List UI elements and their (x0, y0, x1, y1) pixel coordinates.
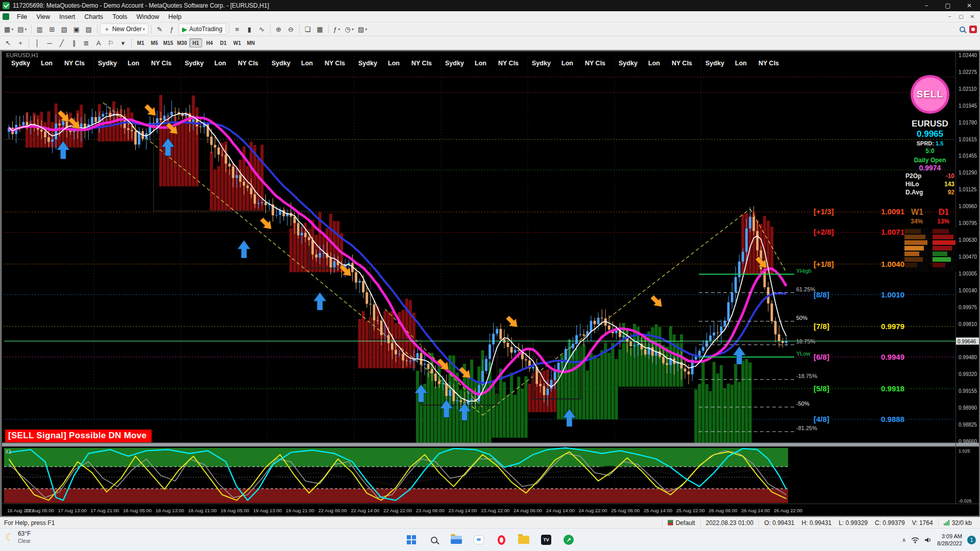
wifi-icon[interactable] (911, 537, 919, 543)
speaker-icon[interactable] (924, 537, 932, 543)
autotrading-icon: ▶ (182, 26, 187, 33)
line-chart-mode-button[interactable]: ∿ (256, 23, 267, 35)
timeframe-w1[interactable]: W1 (231, 38, 243, 47)
experts-button[interactable]: ƒ (166, 23, 178, 35)
dropdown-arrow-icon: ▾ (11, 27, 13, 32)
text-tool-button[interactable]: A (93, 37, 104, 48)
status-bar: For Help, press F1 Default 2022.08.23 01… (0, 517, 980, 528)
tradingview-icon: TV (541, 535, 551, 545)
market-watch-button[interactable]: ▥ (34, 23, 45, 35)
profiles-button[interactable]: ▤▾ (16, 23, 28, 35)
strategy-tester-button[interactable]: ▨ (83, 23, 94, 35)
horizontal-line-tool-button[interactable]: ─ (44, 37, 55, 48)
timeframe-d1[interactable]: D1 (217, 38, 230, 47)
bar-chart-mode-button[interactable]: ≡ (232, 23, 243, 35)
tray-chevron-icon[interactable]: ∧ (902, 537, 906, 543)
metatrader-button[interactable]: ↗ (559, 530, 578, 550)
taskbar-search-button[interactable] (424, 530, 444, 550)
vertical-line-tool-button[interactable]: │ (32, 37, 43, 48)
status-profile[interactable]: Default (662, 519, 700, 527)
new-order-icon: ＋ (104, 24, 110, 34)
price-axis-label: 1.01945 (959, 103, 977, 109)
dropdown-arrow-icon: ▾ (143, 27, 145, 32)
price-chart-canvas[interactable]: 1.024401.022751.021101.019451.017801.016… (2, 52, 979, 516)
timeframe-m1[interactable]: M1 (134, 38, 147, 47)
timeframe-h4[interactable]: H4 (203, 38, 216, 47)
price-axis-label: 1.00470 (959, 254, 977, 260)
zoom-in-button[interactable]: ⊕ (273, 23, 284, 35)
menu-view[interactable]: View (32, 12, 55, 21)
ohlcv-value: O: 0.99431 (764, 519, 794, 527)
menu-window[interactable]: Window (132, 12, 163, 21)
cursor-tool-button[interactable]: ↖ (3, 37, 14, 48)
data-window-button[interactable]: ⊞ (46, 23, 58, 35)
arrows-tool-button[interactable]: ⚐ (105, 37, 116, 48)
templates-button[interactable]: ▨▾ (356, 23, 369, 35)
zoom-out-button[interactable]: ⊖ (285, 23, 297, 35)
time-axis-label: 25 Aug 22:00 (676, 508, 705, 513)
new-order-button[interactable]: ＋New Order▾ (100, 23, 149, 35)
toolbar-separator (299, 24, 300, 34)
fibonacci-tool-button[interactable]: ≣ (81, 37, 92, 48)
price-axis-label: 1.02440 (959, 53, 977, 58)
community-icon[interactable] (969, 26, 977, 33)
tile-windows-button[interactable]: ❏ (302, 23, 313, 35)
timeframe-m15[interactable]: M15 (162, 38, 175, 47)
terminal-button[interactable]: ▣ (71, 23, 82, 35)
window-title: 117205698: MetaQuotes-Demo - Demo Accoun… (13, 2, 269, 9)
time-axis-label: 18 Aug 05:00 (123, 508, 152, 513)
connection-bars-icon (944, 520, 949, 525)
minimize-button[interactable]: − (916, 0, 937, 11)
taskbar-clock[interactable]: 3:09 AM 8/28/2022 (937, 533, 962, 547)
chat-button[interactable] (469, 530, 488, 550)
chart-window[interactable]: 1.024401.022751.021101.019451.017801.016… (2, 51, 978, 515)
cascade-windows-button[interactable]: ▦ (314, 23, 326, 35)
navigator-button[interactable]: ▧ (59, 23, 70, 35)
price-axis-label: 0.99975 (959, 305, 977, 310)
chart-window-icon[interactable] (3, 13, 9, 20)
price-axis-label: 1.01290 (959, 170, 977, 176)
indicators-icon: ƒ (333, 26, 337, 33)
taskbar-weather-widget[interactable]: ☾ 63°F Clear (5, 531, 31, 544)
new-chart-button[interactable]: ▦▾ (3, 23, 15, 35)
timeframe-h1[interactable]: H1 (189, 38, 202, 47)
tradingview-button[interactable]: TV (536, 530, 556, 550)
search-icon[interactable] (960, 27, 965, 32)
timeframe-mn[interactable]: MN (244, 38, 257, 47)
candlestick-mode-button[interactable]: ▮ (244, 23, 255, 35)
periods-button[interactable]: ◷▾ (344, 23, 355, 35)
folder-button[interactable] (514, 530, 533, 550)
menu-file[interactable]: File (12, 12, 32, 21)
indicators-button[interactable]: ƒ▾ (331, 23, 342, 35)
crosshair-tool-button[interactable]: ＋ (15, 37, 26, 48)
menu-help[interactable]: Help (164, 12, 186, 21)
trendline-tool-button[interactable]: ╱ (56, 37, 67, 48)
time-axis-label: 22 Aug 06:00 (318, 508, 347, 513)
caption-buttons: − ▢ ✕ (916, 0, 980, 11)
mdi-window-controls: − ▢ ✕ (944, 12, 978, 21)
taskbar-center-icons: TV ↗ (402, 530, 578, 550)
objects-dropdown-button[interactable]: ▾ (117, 37, 129, 48)
status-datetime: 2022.08.23 01:00 (700, 519, 758, 527)
notification-badge[interactable]: 1 (967, 536, 976, 544)
mdi-close-button[interactable]: ✕ (967, 12, 978, 21)
close-button[interactable]: ✕ (959, 0, 980, 11)
channel-tool-button[interactable]: ∥ (68, 37, 80, 48)
new-order-label: New Order (112, 26, 142, 33)
mdi-restore-button[interactable]: ▢ (955, 12, 967, 21)
mdi-minimize-button[interactable]: − (944, 12, 955, 21)
price-axis-label: 0.99155 (959, 388, 977, 394)
start-button[interactable] (402, 530, 421, 550)
timeframe-m30[interactable]: M30 (176, 38, 188, 47)
metaeditor-button[interactable]: ✎ (154, 23, 165, 35)
osc-axis-label: -0.025 (959, 498, 972, 504)
opera-button[interactable] (492, 530, 511, 550)
timeframe-m5[interactable]: M5 (148, 38, 161, 47)
menu-charts[interactable]: Charts (80, 12, 108, 21)
menu-insert[interactable]: Insert (55, 12, 80, 21)
restore-button[interactable]: ▢ (937, 0, 959, 11)
file-explorer-button[interactable] (447, 530, 466, 550)
autotrading-button[interactable]: ▶AutoTrading (179, 23, 226, 35)
menu-tools[interactable]: Tools (108, 12, 132, 21)
folder-icon (518, 536, 529, 544)
